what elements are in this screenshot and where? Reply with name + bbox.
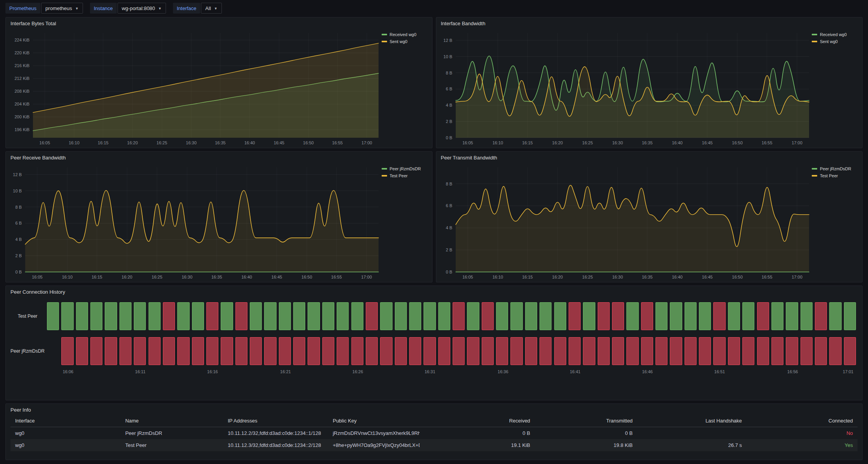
state-cell-disconnected[interactable] (380, 337, 392, 365)
state-cell-connected[interactable] (192, 302, 204, 330)
state-cell-connected[interactable] (510, 302, 522, 330)
variable-instance-select[interactable]: wg-portal:8080 ▼ (118, 3, 166, 14)
state-cell-connected[interactable] (308, 302, 320, 330)
state-cell-disconnected[interactable] (279, 337, 291, 365)
state-cell-connected[interactable] (322, 302, 334, 330)
state-cell-disconnected[interactable] (264, 337, 276, 365)
legend-item[interactable]: Peer jRzmDsDR (812, 166, 859, 171)
state-cell-disconnected[interactable] (525, 337, 537, 365)
state-cell-disconnected[interactable] (192, 337, 204, 365)
state-cell-disconnected[interactable] (612, 337, 624, 365)
panel-title[interactable]: Peer Transmit Bandwidth (436, 152, 863, 162)
state-cell-disconnected[interactable] (453, 337, 465, 365)
state-cell-disconnected[interactable] (670, 337, 682, 365)
state-cell-connected[interactable] (844, 302, 856, 330)
state-cell-disconnected[interactable] (235, 302, 247, 330)
panel-title[interactable]: Peer Info (6, 404, 862, 414)
panel-title[interactable]: Interface Bytes Total (6, 17, 432, 28)
state-cell-disconnected[interactable] (757, 302, 769, 330)
state-cell-disconnected[interactable] (510, 337, 522, 365)
state-cell-connected[interactable] (47, 302, 59, 330)
state-cell-disconnected[interactable] (626, 337, 638, 365)
state-cell-disconnected[interactable] (467, 337, 479, 365)
state-cell-disconnected[interactable] (815, 302, 827, 330)
state-cell-disconnected[interactable] (641, 337, 653, 365)
state-cell-disconnected[interactable] (119, 337, 131, 365)
state-cell-disconnected[interactable] (438, 337, 450, 365)
state-cell-disconnected[interactable] (757, 337, 769, 365)
state-cell-disconnected[interactable] (322, 337, 334, 365)
state-cell-connected[interactable] (539, 302, 552, 330)
state-cell-connected[interactable] (786, 302, 798, 330)
interface-bytes-total-chart[interactable]: 16:0516:1016:1516:2016:2516:3016:3516:40… (9, 28, 382, 147)
state-cell-connected[interactable] (337, 302, 349, 330)
variable-interface-select[interactable]: All ▼ (201, 3, 221, 14)
state-cell-disconnected[interactable] (685, 337, 697, 365)
state-cell-connected[interactable] (90, 302, 102, 330)
state-cell-disconnected[interactable] (105, 337, 117, 365)
state-cell-connected[interactable] (177, 302, 189, 330)
col-header-last-handshake[interactable]: Last Handshake (637, 415, 747, 427)
state-cell-disconnected[interactable] (771, 337, 783, 365)
interface-bandwidth-chart[interactable]: 16:0516:1016:1516:2016:2516:3016:3516:40… (439, 28, 812, 147)
state-cell-connected[interactable] (554, 302, 566, 330)
legend-item[interactable]: Test Peer (382, 173, 429, 178)
state-cell-connected[interactable] (105, 302, 117, 330)
state-cell-disconnected[interactable] (337, 337, 349, 365)
state-cell-disconnected[interactable] (90, 337, 102, 365)
legend-item[interactable]: Sent wg0 (812, 39, 859, 44)
state-cell-connected[interactable] (250, 302, 262, 330)
legend-item[interactable]: Test Peer (812, 173, 859, 178)
col-header-connected[interactable]: Connected (747, 415, 858, 427)
col-header-interface[interactable]: Interface (10, 415, 121, 427)
timeline-cells[interactable] (46, 337, 858, 365)
state-cell-disconnected[interactable] (308, 337, 320, 365)
state-cell-disconnected[interactable] (569, 302, 581, 330)
state-cell-connected[interactable] (670, 302, 682, 330)
legend-item[interactable]: Received wg0 (812, 32, 859, 37)
state-cell-disconnected[interactable] (786, 337, 798, 365)
col-header-transmitted[interactable]: Transmitted (535, 415, 637, 427)
state-cell-disconnected[interactable] (163, 337, 175, 365)
state-cell-disconnected[interactable] (815, 337, 827, 365)
state-cell-connected[interactable] (149, 302, 161, 330)
state-cell-connected[interactable] (134, 302, 146, 330)
state-cell-disconnected[interactable] (482, 302, 494, 330)
state-cell-disconnected[interactable] (61, 337, 73, 365)
state-cell-disconnected[interactable] (728, 337, 740, 365)
state-cell-disconnected[interactable] (829, 337, 841, 365)
state-cell-connected[interactable] (424, 302, 436, 330)
state-cell-disconnected[interactable] (598, 337, 610, 365)
state-cell-disconnected[interactable] (424, 337, 436, 365)
state-cell-connected[interactable] (742, 302, 754, 330)
state-cell-connected[interactable] (801, 302, 813, 330)
panel-title[interactable]: Peer Receive Bandwidth (6, 152, 432, 162)
state-cell-disconnected[interactable] (699, 337, 711, 365)
state-cell-connected[interactable] (264, 302, 276, 330)
state-timeline[interactable]: Test Peer Peer jRzmDsDR 16:0616:1116:161… (6, 296, 862, 400)
state-cell-disconnected[interactable] (149, 337, 161, 365)
state-cell-disconnected[interactable] (655, 337, 667, 365)
state-cell-disconnected[interactable] (395, 337, 407, 365)
state-cell-disconnected[interactable] (206, 302, 218, 330)
state-cell-disconnected[interactable] (293, 337, 305, 365)
state-cell-connected[interactable] (685, 302, 697, 330)
state-cell-disconnected[interactable] (569, 337, 581, 365)
legend-item[interactable]: Received wg0 (382, 32, 429, 37)
timeline-cells[interactable] (46, 302, 858, 330)
state-cell-disconnected[interactable] (539, 337, 552, 365)
state-cell-disconnected[interactable] (177, 337, 189, 365)
col-header-name[interactable]: Name (121, 415, 223, 427)
state-cell-connected[interactable] (496, 302, 508, 330)
state-cell-connected[interactable] (61, 302, 73, 330)
state-cell-connected[interactable] (438, 302, 450, 330)
state-cell-disconnected[interactable] (554, 337, 566, 365)
state-cell-connected[interactable] (626, 302, 638, 330)
state-cell-disconnected[interactable] (163, 302, 175, 330)
state-cell-disconnected[interactable] (366, 302, 378, 330)
state-cell-connected[interactable] (829, 302, 841, 330)
state-cell-connected[interactable] (655, 302, 667, 330)
state-cell-connected[interactable] (395, 302, 407, 330)
state-cell-disconnected[interactable] (134, 337, 146, 365)
legend-item[interactable]: Peer jRzmDsDR (382, 166, 429, 171)
